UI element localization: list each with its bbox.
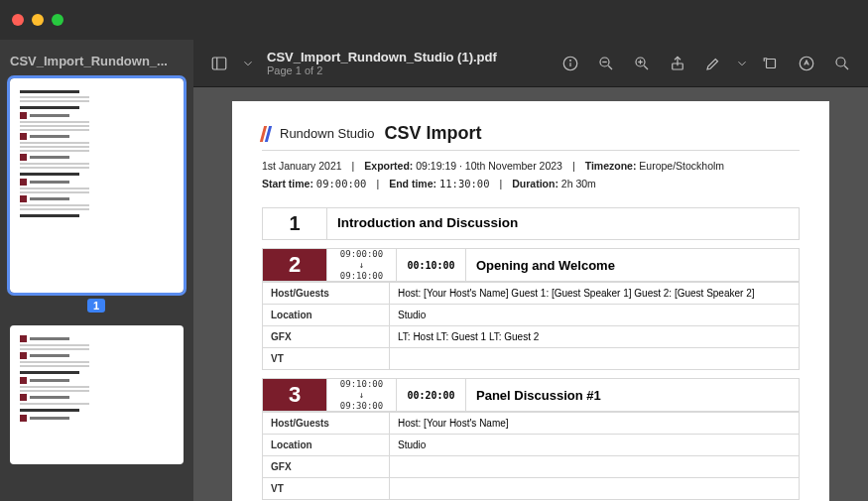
prop-key: Location bbox=[263, 435, 390, 456]
zoom-out-icon bbox=[597, 55, 615, 72]
doc-title: CSV Import bbox=[384, 123, 481, 144]
svg-line-16 bbox=[844, 65, 848, 69]
prop-value: Studio bbox=[390, 435, 800, 456]
prop-key: VT bbox=[263, 348, 390, 370]
meta-timezone-value: Europe/Stockholm bbox=[639, 160, 724, 172]
toolbar-title-block: CSV_Import_Rundown_Studio (1).pdf Page 1… bbox=[267, 50, 497, 76]
meta-end-value: 11:30:00 bbox=[439, 178, 490, 189]
rotate-button[interactable] bbox=[757, 50, 785, 77]
cue-times: 09:10:00 ↓ 09:30:00 bbox=[326, 379, 396, 411]
svg-rect-13 bbox=[767, 59, 776, 67]
rotate-icon bbox=[762, 55, 780, 72]
rundown-logo-icon bbox=[260, 126, 272, 142]
doc-metadata: 1st January 2021 | Exported: 09:19:19 · … bbox=[262, 155, 800, 195]
sidebar-menu-chevron[interactable] bbox=[241, 50, 255, 77]
page-thumbnail-1[interactable]: 1 bbox=[10, 78, 184, 313]
prop-key: Host/Guests bbox=[263, 283, 390, 305]
pdf-page-1: Rundown Studio CSV Import 1st January 20… bbox=[232, 101, 829, 501]
zoom-out-button[interactable] bbox=[592, 50, 620, 77]
chevron-down-icon bbox=[735, 55, 749, 72]
cue-number: 3 bbox=[263, 379, 326, 411]
prop-value: Host: [Your Host's Name] bbox=[390, 413, 800, 435]
share-button[interactable] bbox=[664, 50, 691, 77]
prop-value: Host: [Your Host's Name] Guest 1: [Guest… bbox=[390, 283, 800, 305]
svg-point-4 bbox=[570, 60, 571, 61]
svg-line-9 bbox=[644, 65, 648, 69]
section-title: Introduction and Discussion bbox=[326, 208, 799, 239]
document-viewport[interactable]: Rundown Studio CSV Import 1st January 20… bbox=[193, 87, 868, 501]
prop-value bbox=[390, 478, 800, 500]
logo-text: Rundown Studio bbox=[280, 126, 374, 141]
prop-key: VT bbox=[263, 478, 390, 500]
cue-times: 09:00:00 ↓ 09:10:00 bbox=[326, 249, 396, 281]
sidebar-icon bbox=[210, 55, 228, 72]
meta-end-label: End time: bbox=[389, 178, 436, 189]
cue-2-properties: Host/GuestsHost: [Your Host's Name] Gues… bbox=[262, 282, 800, 370]
prop-value: LT: Host LT: Guest 1 LT: Guest 2 bbox=[390, 326, 800, 348]
section-number: 1 bbox=[263, 208, 326, 239]
meta-duration-label: Duration: bbox=[512, 178, 558, 189]
meta-created: 1st January 2021 bbox=[262, 160, 342, 172]
cue-3-properties: Host/GuestsHost: [Your Host's Name] Loca… bbox=[262, 412, 800, 500]
markup-button[interactable] bbox=[699, 50, 727, 77]
maximize-window-button[interactable] bbox=[52, 14, 63, 26]
svg-line-6 bbox=[608, 65, 612, 69]
meta-exported-label: Exported: bbox=[364, 160, 413, 172]
meta-exported-value: 09:19:19 · 10th November 2023 bbox=[416, 160, 562, 172]
search-button[interactable] bbox=[828, 50, 856, 77]
markup-menu-chevron[interactable] bbox=[735, 50, 749, 77]
meta-start-label: Start time: bbox=[262, 178, 313, 189]
document-filename: CSV_Import_Rundown_Studio (1).pdf bbox=[267, 50, 497, 64]
cue-duration: 00:10:00 bbox=[396, 249, 465, 281]
marker-icon bbox=[798, 55, 815, 72]
cue-row-2: 2 09:00:00 ↓ 09:10:00 00:10:00 Opening a… bbox=[262, 248, 800, 282]
sidebar-toggle-button[interactable] bbox=[205, 50, 233, 77]
prop-value: Studio bbox=[390, 305, 800, 326]
meta-start-value: 09:00:00 bbox=[316, 178, 367, 189]
meta-duration-value: 2h 30m bbox=[561, 178, 596, 189]
page-indicator: Page 1 of 2 bbox=[267, 64, 497, 76]
prop-key: GFX bbox=[263, 456, 390, 478]
meta-timezone-label: Timezone: bbox=[585, 160, 637, 172]
cue-number: 2 bbox=[263, 249, 326, 281]
highlight-button[interactable] bbox=[793, 50, 820, 77]
info-button[interactable] bbox=[557, 50, 584, 77]
prop-key: GFX bbox=[263, 326, 390, 348]
svg-rect-0 bbox=[212, 58, 226, 69]
share-icon bbox=[669, 55, 686, 72]
zoom-in-button[interactable] bbox=[628, 50, 656, 77]
sidebar-filename: CSV_Import_Rundown_... bbox=[10, 48, 184, 78]
search-icon bbox=[833, 55, 851, 72]
minimize-window-button[interactable] bbox=[32, 14, 44, 26]
thumbnails-sidebar[interactable]: CSV_Import_Rundown_... 1 bbox=[0, 40, 193, 501]
close-window-button[interactable] bbox=[12, 14, 24, 26]
page-number-badge: 1 bbox=[87, 299, 105, 313]
window-titlebar bbox=[0, 0, 868, 40]
svg-point-15 bbox=[836, 58, 845, 66]
cue-row-3: 3 09:10:00 ↓ 09:30:00 00:20:00 Panel Dis… bbox=[262, 378, 800, 412]
prop-key: Location bbox=[263, 305, 390, 326]
info-icon bbox=[561, 55, 579, 72]
traffic-lights bbox=[12, 14, 63, 26]
toolbar: CSV_Import_Rundown_Studio (1).pdf Page 1… bbox=[193, 40, 868, 87]
section-header-1: 1 Introduction and Discussion bbox=[262, 207, 800, 240]
prop-key: Host/Guests bbox=[263, 413, 390, 435]
pencil-icon bbox=[704, 55, 722, 72]
zoom-in-icon bbox=[633, 55, 651, 72]
prop-value bbox=[390, 348, 800, 370]
prop-value bbox=[390, 456, 800, 478]
page-thumbnail-2[interactable] bbox=[10, 325, 184, 464]
chevron-down-icon bbox=[241, 55, 255, 72]
cue-duration: 00:20:00 bbox=[396, 379, 465, 411]
cue-title: Opening and Welcome bbox=[465, 249, 799, 281]
cue-title: Panel Discussion #1 bbox=[465, 379, 799, 411]
